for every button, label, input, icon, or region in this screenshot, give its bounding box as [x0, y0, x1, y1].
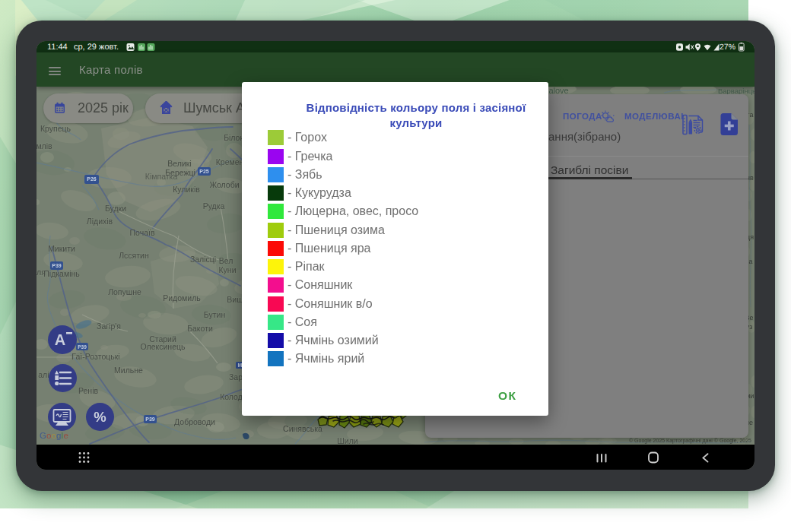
svg-text:o: o	[52, 431, 56, 440]
svg-text:Синявська: Синявська	[283, 424, 322, 433]
svg-text:а: а	[748, 258, 752, 265]
svg-text:Микити: Микити	[48, 244, 75, 253]
svg-text:Лопушне: Лопушне	[108, 287, 141, 296]
svg-text:ср, 29 жовт.: ср, 29 жовт.	[74, 43, 119, 52]
svg-text:Олексинець: Олексинець	[141, 342, 186, 351]
svg-text:Зар: Зар	[229, 372, 243, 382]
svg-text:Великі: Великі	[167, 159, 191, 168]
svg-text:Ридомиль: Ридомиль	[163, 293, 201, 302]
svg-text:Куликів: Куликів	[173, 185, 200, 194]
svg-text:A: A	[55, 331, 65, 348]
svg-text:Мильне: Мильне	[114, 366, 143, 375]
svg-text:Куни: Куни	[218, 265, 236, 274]
svg-text:Варварінць: Варварінць	[718, 87, 754, 95]
svg-text:Кімпатка: Кімпатка	[145, 172, 178, 181]
svg-text:Ренів: Ренів	[78, 386, 99, 395]
svg-text:Почаїв: Почаїв	[130, 228, 155, 237]
svg-text:Кремен: Кремен	[216, 157, 244, 166]
svg-text:Рудка: Рудка	[203, 201, 225, 211]
svg-text:Будки: Будки	[105, 204, 126, 213]
svg-text:%: %	[94, 409, 106, 425]
svg-text:Виш: Виш	[227, 295, 243, 304]
svg-text:11:44: 11:44	[47, 43, 68, 52]
svg-text:g: g	[56, 431, 61, 440]
svg-text:e: e	[64, 431, 68, 440]
svg-text:Лідихів: Лідихів	[87, 217, 113, 226]
svg-text:млів: млів	[37, 141, 52, 150]
svg-text:Р39: Р39	[78, 344, 87, 350]
svg-text:Загір'я: Загір'я	[97, 321, 121, 331]
svg-text:Залісці: Залісці	[190, 255, 216, 264]
svg-text:Р25: Р25	[199, 169, 209, 174]
svg-text:Шили: Шили	[337, 436, 358, 445]
svg-text:© Google 2025 Картографічні да: © Google 2025 Картографічні дані © Googl…	[629, 438, 751, 444]
svg-text:Лссятин: Лссятин	[119, 251, 149, 260]
svg-text:Гаї-Розтоцькі: Гаї-Розтоцькі	[71, 352, 119, 361]
svg-text:Р26: Р26	[87, 176, 97, 182]
svg-text:Доброводи: Доброводи	[174, 417, 215, 426]
svg-text:o: o	[46, 431, 51, 440]
svg-text:Бакоти: Бакоти	[187, 324, 213, 333]
svg-text:Р39: Р39	[52, 263, 62, 268]
svg-text:Р39: Р39	[145, 416, 155, 422]
svg-text:Крупець: Крупець	[40, 124, 71, 133]
svg-text:Жолоби: Жолоби	[209, 180, 239, 189]
svg-text:Бутин: Бутин	[204, 310, 226, 319]
svg-text:G: G	[40, 431, 46, 440]
svg-text:Колод: Колод	[220, 392, 243, 401]
svg-text:27%: 27%	[720, 43, 735, 52]
svg-text:Підкамінь: Підкамінь	[43, 269, 80, 278]
svg-text:Вел: Вел	[219, 256, 233, 265]
